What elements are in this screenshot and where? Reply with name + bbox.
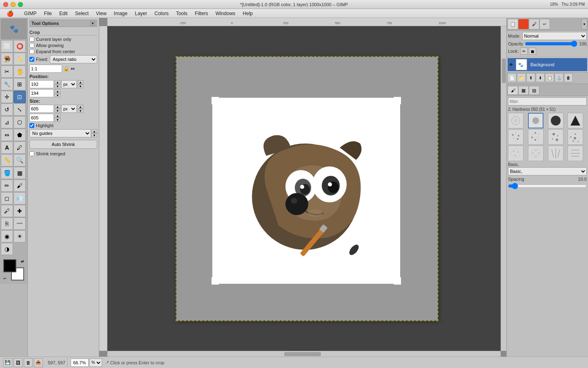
- bucket-fill-tool[interactable]: 🪣: [1, 167, 13, 179]
- perspective-tool[interactable]: ⬡: [13, 116, 26, 128]
- brush-item-4[interactable]: [568, 113, 583, 128]
- clone-tool[interactable]: ⎘: [1, 218, 13, 230]
- menu-windows[interactable]: Windows: [212, 10, 239, 17]
- pos-x-input[interactable]: [29, 80, 54, 88]
- vertical-scrollbar[interactable]: [501, 26, 506, 351]
- pos-x-up[interactable]: ▲: [55, 80, 60, 84]
- size-h-input[interactable]: [29, 114, 54, 122]
- brush-item-10[interactable]: [528, 146, 543, 161]
- current-layer-only-checkbox[interactable]: [29, 37, 34, 42]
- window-controls[interactable]: [3, 2, 23, 7]
- heal-tool[interactable]: ✚: [13, 205, 26, 217]
- raise-layer-btn[interactable]: ⬆: [526, 73, 535, 82]
- tool-options-expander[interactable]: ▼: [90, 21, 95, 26]
- delete-layer-btn[interactable]: 🗑: [564, 73, 573, 82]
- close-button[interactable]: [3, 2, 8, 7]
- size-unit-down[interactable]: ▼: [78, 109, 83, 113]
- pos-x-down[interactable]: ▼: [55, 84, 60, 88]
- ink-tool[interactable]: 🖋: [1, 205, 13, 217]
- anchor-layer-btn[interactable]: ⚓: [555, 73, 564, 82]
- menu-colors[interactable]: Colors: [151, 10, 172, 17]
- cage-tool[interactable]: ⬟: [13, 129, 26, 141]
- text-tool[interactable]: A: [1, 141, 13, 154]
- brush-item-7[interactable]: [548, 129, 564, 145]
- duplicate-layer-btn[interactable]: 📋: [545, 73, 554, 82]
- fixed-checkbox[interactable]: [29, 57, 34, 62]
- brush-item-2[interactable]: [528, 113, 543, 128]
- align-tool[interactable]: ⊞: [13, 78, 26, 90]
- scissors-tool[interactable]: ✂: [1, 65, 13, 78]
- pos-unit-select[interactable]: px: [61, 80, 77, 88]
- color-picker-tool[interactable]: 🔧: [1, 78, 13, 90]
- brush-item-9[interactable]: [508, 146, 523, 161]
- size-w-input[interactable]: [29, 105, 54, 113]
- menu-view[interactable]: View: [93, 10, 110, 17]
- desaturate-tool[interactable]: ◑: [1, 243, 13, 255]
- brush-item-5[interactable]: [508, 129, 523, 145]
- brush-type-select[interactable]: Basic,: [508, 167, 587, 175]
- thumbnail-button[interactable]: 🖼: [13, 358, 22, 367]
- swap-colors-icon[interactable]: ⇄: [21, 259, 24, 263]
- brushes-tab[interactable]: 🖌: [508, 86, 518, 95]
- maximize-button[interactable]: [18, 2, 23, 7]
- layers-tab[interactable]: 📋: [508, 19, 518, 29]
- airbrush-tool[interactable]: 💨: [13, 192, 26, 204]
- ratio-lock-icon[interactable]: 🔒: [63, 66, 69, 72]
- gradients-tab[interactable]: ▤: [529, 86, 539, 95]
- scrollbar-thumb-v[interactable]: [502, 58, 506, 83]
- fg-select-tool[interactable]: 🖐: [13, 65, 26, 78]
- crop-handle-bl[interactable]: [212, 277, 219, 285]
- crop-handle-tr[interactable]: [394, 97, 401, 104]
- smudge-tool[interactable]: 〰: [13, 218, 26, 230]
- patterns-tab[interactable]: ▦: [518, 86, 529, 95]
- canvas-viewport[interactable]: [107, 26, 506, 351]
- opacity-slider[interactable]: [525, 41, 577, 47]
- brush-item-6[interactable]: [528, 129, 543, 145]
- menu-gimp[interactable]: GIMP: [21, 10, 40, 17]
- menu-select[interactable]: Select: [72, 10, 92, 17]
- crop-tool[interactable]: ⊡: [13, 91, 26, 103]
- menu-image[interactable]: Image: [111, 10, 131, 17]
- export-button[interactable]: 💾: [3, 358, 12, 367]
- minimize-button[interactable]: [11, 2, 16, 7]
- brush-item-12[interactable]: [568, 146, 583, 161]
- trash-button[interactable]: 🗑: [24, 358, 33, 367]
- highlight-checkbox[interactable]: [29, 123, 34, 128]
- share-button[interactable]: 📤: [34, 358, 43, 367]
- fuzzy-select-tool[interactable]: ✨: [13, 53, 26, 65]
- fixed-select[interactable]: Aspect ratio Width Height Size: [50, 55, 97, 63]
- zoom-unit-select[interactable]: %: [89, 359, 102, 367]
- guides-down[interactable]: ▼: [91, 133, 97, 137]
- paintbrush-tool[interactable]: 🖌: [13, 180, 26, 192]
- new-layer-btn[interactable]: 📄: [508, 73, 517, 82]
- menu-help[interactable]: Help: [239, 10, 256, 17]
- lock-alpha-btn[interactable]: ◼: [529, 47, 536, 55]
- shrink-merged-checkbox[interactable]: [29, 151, 34, 156]
- layer-mode-select[interactable]: Normal: [522, 32, 587, 40]
- size-w-down[interactable]: ▼: [55, 109, 60, 113]
- guides-up[interactable]: ▲: [91, 129, 97, 133]
- brush-item-3[interactable]: [548, 113, 564, 128]
- brush-filter-input[interactable]: [508, 97, 587, 105]
- undo-tab[interactable]: ↩: [539, 19, 550, 29]
- scrollbar-thumb-h[interactable]: [284, 352, 321, 356]
- eraser-tool[interactable]: ◻: [1, 192, 13, 204]
- paths-tab[interactable]: 🖋: [529, 19, 539, 29]
- channels-tab-red[interactable]: [518, 19, 529, 29]
- dodge-burn-tool[interactable]: ☀: [13, 230, 26, 242]
- menu-edit[interactable]: Edit: [56, 10, 71, 17]
- expand-from-center-checkbox[interactable]: [29, 49, 34, 54]
- ellipse-select-tool[interactable]: ⭕: [13, 40, 26, 52]
- flip-tool[interactable]: ⇔: [1, 129, 13, 141]
- convolve-tool[interactable]: ◉: [1, 230, 13, 242]
- canvas-image[interactable]: [176, 57, 438, 321]
- layer-item-background[interactable]: 👁 🐾 Background: [508, 58, 587, 71]
- ratio-input[interactable]: [29, 65, 62, 73]
- canvas-area[interactable]: -250 0 250 500 750 1000: [99, 18, 506, 357]
- size-h-down[interactable]: ▼: [55, 118, 60, 122]
- auto-shrink-button[interactable]: Auto Shrink: [29, 140, 97, 149]
- zoom-tool[interactable]: 🔍: [13, 154, 26, 166]
- pos-unit-down[interactable]: ▼: [78, 84, 83, 88]
- zoom-input[interactable]: [71, 359, 89, 367]
- layer-visibility-icon[interactable]: 👁: [508, 62, 514, 67]
